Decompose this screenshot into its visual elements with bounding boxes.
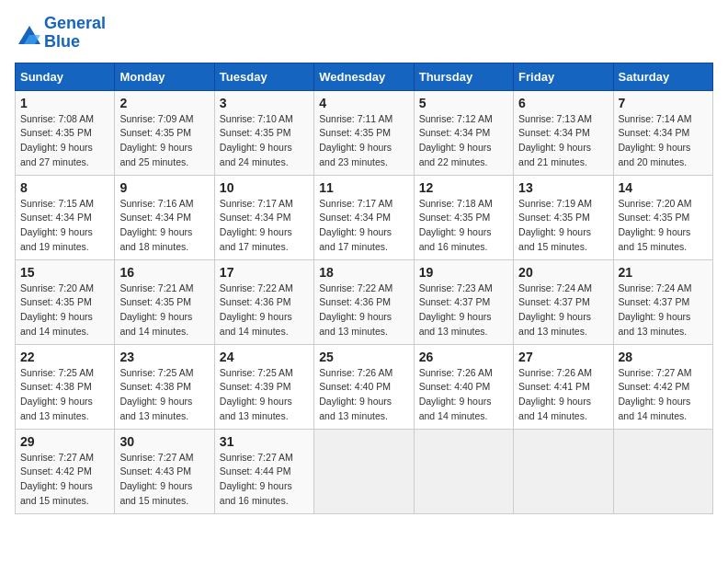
day-number: 25: [319, 350, 408, 364]
calendar-cell: 10Sunrise: 7:17 AMSunset: 4:34 PMDayligh…: [214, 175, 313, 259]
calendar-cell: 11Sunrise: 7:17 AMSunset: 4:34 PMDayligh…: [314, 175, 414, 259]
day-info: Sunrise: 7:12 AMSunset: 4:34 PMDaylight:…: [419, 112, 508, 170]
day-number: 11: [319, 180, 408, 195]
calendar-cell: [314, 429, 414, 513]
header-monday: Monday: [115, 63, 214, 90]
calendar-cell: 20Sunrise: 7:24 AMSunset: 4:37 PMDayligh…: [514, 259, 613, 344]
day-info: Sunrise: 7:25 AMSunset: 4:38 PMDaylight:…: [119, 366, 209, 424]
calendar-cell: 21Sunrise: 7:24 AMSunset: 4:37 PMDayligh…: [613, 259, 712, 344]
day-number: 21: [619, 265, 708, 280]
logo-icon: [15, 22, 40, 44]
calendar-cell: 18Sunrise: 7:22 AMSunset: 4:36 PMDayligh…: [314, 259, 414, 344]
day-number: 27: [518, 350, 608, 364]
day-info: Sunrise: 7:08 AMSunset: 4:35 PMDaylight:…: [20, 112, 109, 170]
day-info: Sunrise: 7:10 AMSunset: 4:35 PMDaylight:…: [220, 112, 309, 170]
day-number: 6: [518, 96, 608, 110]
day-number: 18: [319, 265, 408, 280]
calendar-week-2: 8Sunrise: 7:15 AMSunset: 4:34 PMDaylight…: [16, 175, 713, 259]
calendar-cell: 8Sunrise: 7:15 AMSunset: 4:34 PMDaylight…: [16, 175, 115, 259]
day-info: Sunrise: 7:20 AMSunset: 4:35 PMDaylight:…: [20, 282, 109, 339]
day-info: Sunrise: 7:15 AMSunset: 4:34 PMDaylight:…: [20, 197, 109, 255]
calendar-cell: 1Sunrise: 7:08 AMSunset: 4:35 PMDaylight…: [16, 90, 115, 175]
header-thursday: Thursday: [414, 63, 513, 90]
day-info: Sunrise: 7:24 AMSunset: 4:37 PMDaylight:…: [518, 282, 608, 339]
calendar-cell: 26Sunrise: 7:26 AMSunset: 4:40 PMDayligh…: [414, 344, 513, 429]
day-info: Sunrise: 7:22 AMSunset: 4:36 PMDaylight:…: [319, 282, 408, 339]
day-number: 29: [20, 434, 109, 449]
calendar-cell: 29Sunrise: 7:27 AMSunset: 4:42 PMDayligh…: [16, 429, 115, 513]
calendar-cell: 28Sunrise: 7:27 AMSunset: 4:42 PMDayligh…: [613, 344, 712, 429]
day-number: 16: [119, 265, 209, 280]
calendar-cell: 16Sunrise: 7:21 AMSunset: 4:35 PMDayligh…: [115, 259, 214, 344]
day-number: 23: [119, 350, 209, 364]
header: General Blue: [15, 15, 713, 52]
day-info: Sunrise: 7:21 AMSunset: 4:35 PMDaylight:…: [119, 282, 209, 339]
calendar-cell: 31Sunrise: 7:27 AMSunset: 4:44 PMDayligh…: [214, 429, 313, 513]
day-number: 22: [20, 350, 109, 364]
calendar-cell: 30Sunrise: 7:27 AMSunset: 4:43 PMDayligh…: [115, 429, 214, 513]
day-info: Sunrise: 7:25 AMSunset: 4:39 PMDaylight:…: [220, 366, 309, 424]
calendar-cell: 7Sunrise: 7:14 AMSunset: 4:34 PMDaylight…: [613, 90, 712, 175]
calendar-cell: [514, 429, 613, 513]
calendar-cell: 12Sunrise: 7:18 AMSunset: 4:35 PMDayligh…: [414, 175, 513, 259]
header-tuesday: Tuesday: [214, 63, 313, 90]
calendar-cell: 2Sunrise: 7:09 AMSunset: 4:35 PMDaylight…: [115, 90, 214, 175]
calendar-cell: 19Sunrise: 7:23 AMSunset: 4:37 PMDayligh…: [414, 259, 513, 344]
calendar-cell: 9Sunrise: 7:16 AMSunset: 4:34 PMDaylight…: [115, 175, 214, 259]
day-number: 31: [220, 434, 309, 449]
day-number: 10: [220, 180, 309, 195]
calendar-cell: 25Sunrise: 7:26 AMSunset: 4:40 PMDayligh…: [314, 344, 414, 429]
day-number: 7: [619, 96, 708, 110]
logo: General Blue: [15, 15, 106, 52]
calendar-week-4: 22Sunrise: 7:25 AMSunset: 4:38 PMDayligh…: [16, 344, 713, 429]
calendar-week-1: 1Sunrise: 7:08 AMSunset: 4:35 PMDaylight…: [16, 90, 713, 175]
day-info: Sunrise: 7:19 AMSunset: 4:35 PMDaylight:…: [518, 197, 608, 255]
calendar-cell: 4Sunrise: 7:11 AMSunset: 4:35 PMDaylight…: [314, 90, 414, 175]
calendar-cell: 14Sunrise: 7:20 AMSunset: 4:35 PMDayligh…: [613, 175, 712, 259]
day-info: Sunrise: 7:11 AMSunset: 4:35 PMDaylight:…: [319, 112, 408, 170]
day-info: Sunrise: 7:17 AMSunset: 4:34 PMDaylight:…: [220, 197, 309, 255]
calendar-cell: 3Sunrise: 7:10 AMSunset: 4:35 PMDaylight…: [214, 90, 313, 175]
day-number: 17: [220, 265, 309, 280]
header-friday: Friday: [514, 63, 613, 90]
day-info: Sunrise: 7:25 AMSunset: 4:38 PMDaylight:…: [20, 366, 109, 424]
day-number: 8: [20, 180, 109, 195]
calendar-table: SundayMondayTuesdayWednesdayThursdayFrid…: [15, 63, 713, 514]
day-info: Sunrise: 7:27 AMSunset: 4:42 PMDaylight:…: [619, 366, 708, 424]
calendar-header-row: SundayMondayTuesdayWednesdayThursdayFrid…: [16, 63, 713, 90]
day-number: 26: [419, 350, 508, 364]
calendar-cell: [414, 429, 513, 513]
day-number: 4: [319, 96, 408, 110]
day-number: 5: [419, 96, 508, 110]
calendar-cell: 22Sunrise: 7:25 AMSunset: 4:38 PMDayligh…: [16, 344, 115, 429]
day-info: Sunrise: 7:22 AMSunset: 4:36 PMDaylight:…: [220, 282, 309, 339]
header-wednesday: Wednesday: [314, 63, 414, 90]
day-info: Sunrise: 7:20 AMSunset: 4:35 PMDaylight:…: [619, 197, 708, 255]
calendar-week-3: 15Sunrise: 7:20 AMSunset: 4:35 PMDayligh…: [16, 259, 713, 344]
calendar-cell: 17Sunrise: 7:22 AMSunset: 4:36 PMDayligh…: [214, 259, 313, 344]
day-info: Sunrise: 7:13 AMSunset: 4:34 PMDaylight:…: [518, 112, 608, 170]
day-info: Sunrise: 7:26 AMSunset: 4:40 PMDaylight:…: [319, 366, 408, 424]
day-number: 9: [119, 180, 209, 195]
day-number: 3: [220, 96, 309, 110]
day-number: 2: [119, 96, 209, 110]
calendar-cell: 6Sunrise: 7:13 AMSunset: 4:34 PMDaylight…: [514, 90, 613, 175]
day-info: Sunrise: 7:27 AMSunset: 4:42 PMDaylight:…: [20, 451, 109, 509]
day-number: 20: [518, 265, 608, 280]
day-number: 19: [419, 265, 508, 280]
day-info: Sunrise: 7:09 AMSunset: 4:35 PMDaylight:…: [119, 112, 209, 170]
calendar-cell: 23Sunrise: 7:25 AMSunset: 4:38 PMDayligh…: [115, 344, 214, 429]
day-number: 12: [419, 180, 508, 195]
day-number: 14: [619, 180, 708, 195]
day-number: 13: [518, 180, 608, 195]
header-saturday: Saturday: [613, 63, 712, 90]
calendar-cell: 24Sunrise: 7:25 AMSunset: 4:39 PMDayligh…: [214, 344, 313, 429]
day-number: 30: [119, 434, 209, 449]
day-info: Sunrise: 7:26 AMSunset: 4:40 PMDaylight:…: [419, 366, 508, 424]
day-info: Sunrise: 7:16 AMSunset: 4:34 PMDaylight:…: [119, 197, 209, 255]
day-number: 28: [619, 350, 708, 364]
day-info: Sunrise: 7:23 AMSunset: 4:37 PMDaylight:…: [419, 282, 508, 339]
day-info: Sunrise: 7:17 AMSunset: 4:34 PMDaylight:…: [319, 197, 408, 255]
logo-text: General Blue: [44, 15, 106, 52]
day-info: Sunrise: 7:14 AMSunset: 4:34 PMDaylight:…: [619, 112, 708, 170]
